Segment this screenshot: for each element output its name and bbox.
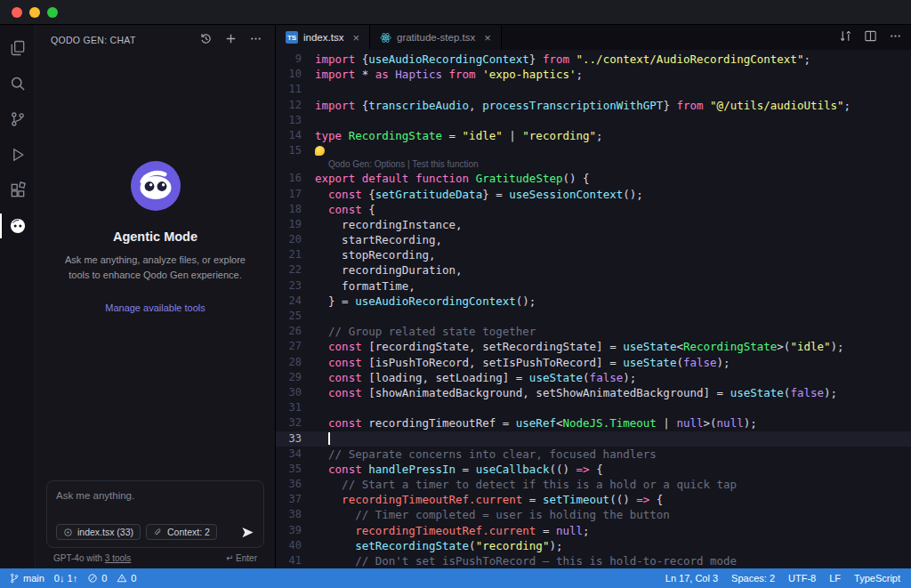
text-cursor	[328, 432, 330, 445]
code-line[interactable]: 28 const [isPushToRecord, setIsPushToRec…	[276, 355, 911, 370]
code-line[interactable]: 16export default function GratitudeStep(…	[276, 171, 911, 186]
manage-tools-link[interactable]: Manage available tools	[105, 302, 206, 313]
tab-close-icon[interactable]: ×	[352, 32, 359, 44]
encoding-item[interactable]: UTF-8	[788, 573, 816, 584]
code-line[interactable]: 38 // Timer completed = user is holding …	[276, 507, 911, 522]
split-editor-icon[interactable]	[864, 29, 877, 46]
editor-more-icon[interactable]	[889, 29, 902, 46]
context-file-chip[interactable]: index.tsx (33)	[56, 524, 141, 540]
code-line[interactable]: 15	[276, 143, 911, 158]
enter-hint: ↵ Enter	[226, 553, 257, 563]
send-button[interactable]	[241, 526, 254, 539]
lightbulb-icon[interactable]	[315, 146, 325, 156]
status-bar: main 0↓ 1↑ 0 0 Ln 17, Col 3 Spaces: 2 UT…	[0, 568, 911, 588]
codelens[interactable]: Qodo Gen: Options | Test this function	[276, 158, 911, 171]
line-number: 41	[276, 553, 315, 568]
code-line[interactable]: 33	[276, 431, 911, 447]
line-number: 29	[276, 370, 315, 385]
line-number: 33	[276, 431, 315, 447]
tools-count-link[interactable]: 3 tools	[105, 553, 131, 563]
new-chat-icon[interactable]	[224, 32, 238, 49]
agentic-mode-title: Agentic Mode	[113, 230, 198, 244]
indentation-item[interactable]: Spaces: 2	[731, 573, 775, 584]
code-line[interactable]: 27 const [recordingState, setRecordingSt…	[276, 339, 911, 354]
tab-index-tsx[interactable]: TS index.tsx ×	[276, 25, 370, 50]
code-line[interactable]: 39 recordingTimeoutRef.current = null;	[276, 523, 911, 538]
errors-item[interactable]: 0	[87, 573, 107, 584]
code-line[interactable]: 26 // Group related state together	[276, 324, 911, 339]
code-line[interactable]: 29 const [loading, setLoading] = useStat…	[276, 370, 911, 385]
panel-title: QODO GEN: CHAT	[51, 35, 136, 45]
tab-gratitude-step-tsx[interactable]: gratitude-step.tsx ×	[370, 25, 502, 50]
code-line[interactable]: 37 recordingTimeoutRef.current = setTime…	[276, 492, 911, 507]
code-line[interactable]: 34 // Separate concerns into clear, focu…	[276, 447, 911, 462]
code-line[interactable]: 9import {useAudioRecordingContext} from …	[276, 52, 911, 67]
line-number: 37	[276, 492, 315, 507]
warnings-item[interactable]: 0	[117, 573, 136, 584]
line-number: 27	[276, 339, 315, 354]
chat-input-placeholder[interactable]: Ask me anything.	[56, 490, 254, 501]
model-selector[interactable]: GPT-4o with 3 tools	[53, 553, 131, 563]
line-number: 40	[276, 538, 315, 553]
line-number: 30	[276, 385, 315, 400]
line-number: 9	[276, 52, 315, 67]
line-number: 25	[276, 309, 315, 324]
tab-bar: TS index.tsx × gratitude-step.tsx ×	[276, 25, 911, 50]
cursor-position-item[interactable]: Ln 17, Col 3	[665, 573, 718, 584]
extensions-icon[interactable]	[0, 173, 36, 208]
code-rows: 9import {useAudioRecordingContext} from …	[276, 52, 911, 568]
code-line[interactable]: 19 recordingInstance,	[276, 217, 911, 232]
chat-history-icon[interactable]	[199, 32, 213, 49]
code-line[interactable]: 21 stopRecording,	[276, 247, 911, 262]
code-line[interactable]: 17 const {setGratitudeData} = useSession…	[276, 187, 911, 202]
source-control-icon[interactable]	[0, 101, 36, 137]
code-line[interactable]: 23 formatTime,	[276, 278, 911, 294]
git-branch-item[interactable]: main	[9, 573, 44, 584]
code-line[interactable]: 35 const handlePressIn = useCallback(() …	[276, 462, 911, 477]
code-line[interactable]: 12import {transcribeAudio, processTransc…	[276, 98, 911, 113]
line-number: 14	[276, 128, 315, 143]
code-line[interactable]: 31	[276, 400, 911, 415]
line-number: 21	[276, 247, 315, 262]
language-mode-item[interactable]: TypeScript	[854, 573, 900, 584]
tab-close-icon[interactable]: ×	[484, 32, 491, 44]
qodo-logo	[130, 160, 181, 215]
run-debug-icon[interactable]	[0, 137, 36, 173]
branch-icon	[9, 573, 20, 584]
code-line[interactable]: 24 } = useAudioRecordingContext();	[276, 294, 911, 309]
close-button[interactable]	[12, 7, 22, 18]
typescript-file-icon: TS	[286, 31, 298, 44]
code-editor[interactable]: 9import {useAudioRecordingContext} from …	[276, 50, 911, 568]
context-count-chip[interactable]: Context: 2	[146, 524, 217, 540]
panel-more-icon[interactable]	[249, 32, 262, 49]
zoom-button[interactable]	[47, 7, 58, 18]
code-line[interactable]: 11	[276, 82, 911, 97]
line-number: 26	[276, 324, 315, 339]
chat-input-box[interactable]: Ask me anything. index.tsx (33) Context:…	[46, 480, 264, 548]
code-line[interactable]: 41 // Don't set isPushToRecord — this is…	[276, 553, 911, 568]
eol-item[interactable]: LF	[829, 573, 841, 584]
code-line[interactable]: 40 setRecordingState("recording");	[276, 538, 911, 553]
agentic-mode-panel: Agentic Mode Ask me anything, analyze fi…	[36, 55, 275, 480]
explorer-icon[interactable]	[0, 30, 36, 66]
code-line[interactable]: 36 // Start a timer to detect if this is…	[276, 477, 911, 492]
code-line[interactable]: 14type RecordingState = "idle" | "record…	[276, 128, 911, 143]
qodo-gen-icon[interactable]	[0, 208, 36, 244]
line-number: 19	[276, 217, 315, 232]
code-line[interactable]: 30 const [showAnimatedBackground, setSho…	[276, 385, 911, 400]
sync-changes-item[interactable]: 0↓ 1↑	[54, 573, 77, 584]
code-line[interactable]: 22 recordingDuration,	[276, 262, 911, 278]
compare-changes-icon[interactable]	[839, 29, 852, 46]
search-icon[interactable]	[0, 66, 36, 101]
code-line[interactable]: 18 const {	[276, 202, 911, 217]
line-number: 13	[276, 113, 315, 128]
code-line[interactable]: 32 const recordingTimeoutRef = useRef<No…	[276, 415, 911, 431]
minimize-button[interactable]	[29, 7, 40, 18]
warning-icon	[117, 573, 127, 584]
code-line[interactable]: 13	[276, 113, 911, 128]
code-line[interactable]: 25	[276, 309, 911, 324]
code-line[interactable]: 20 startRecording,	[276, 232, 911, 247]
line-number: 39	[276, 523, 315, 538]
line-number: 17	[276, 187, 315, 202]
code-line[interactable]: 10import * as Haptics from 'expo-haptics…	[276, 67, 911, 82]
